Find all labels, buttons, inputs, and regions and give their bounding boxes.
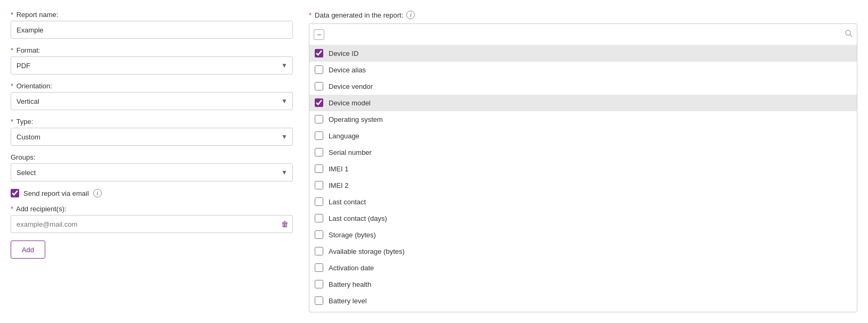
list-item[interactable]: Available storage (bytes)	[309, 243, 857, 260]
list-item[interactable]: Language	[309, 128, 857, 144]
report-name-label: * Report name:	[11, 11, 293, 19]
item-checkbox-5[interactable]	[315, 131, 323, 140]
delete-email-icon[interactable]: 🗑	[281, 220, 289, 228]
item-label: Device ID	[329, 49, 358, 57]
search-icon	[845, 30, 853, 39]
type-group: * Type: Custom Standard ▼	[11, 118, 293, 146]
item-checkbox-6[interactable]	[315, 148, 323, 156]
search-bar: −	[309, 24, 857, 45]
list-item[interactable]: Activation date	[309, 260, 857, 276]
list-item[interactable]: IMEI 1	[309, 161, 857, 177]
item-checkbox-2[interactable]	[315, 82, 323, 90]
groups-group: Groups: Select ▼	[11, 153, 293, 181]
item-label: Last contact	[329, 198, 366, 206]
item-checkbox-9[interactable]	[315, 197, 323, 206]
item-label: Activation date	[329, 264, 374, 272]
item-label: Language	[329, 132, 359, 140]
item-checkbox-7[interactable]	[315, 164, 323, 173]
item-checkbox-0[interactable]	[315, 49, 323, 57]
orientation-group: * Orientation: Vertical Horizontal ▼	[11, 82, 293, 110]
item-label: Operating system	[329, 115, 383, 123]
item-checkbox-8[interactable]	[315, 181, 323, 189]
report-name-group: * Report name:	[11, 11, 293, 39]
item-checkbox-15[interactable]	[315, 296, 323, 305]
right-header: * Data generated in the report: i	[309, 11, 857, 19]
list-item[interactable]: Serial number	[309, 144, 857, 161]
item-label: Available storage (bytes)	[329, 247, 405, 255]
add-button[interactable]: Add	[11, 241, 45, 259]
groups-select[interactable]: Select	[11, 163, 293, 181]
groups-select-wrapper: Select ▼	[11, 163, 293, 181]
item-label: Last contact (days)	[329, 214, 387, 222]
list-item[interactable]: Device ID	[309, 45, 857, 62]
list-item[interactable]: Last contact (days)	[309, 210, 857, 227]
item-checkbox-12[interactable]	[315, 247, 323, 255]
data-panel: − Device IDDevice aliasDevice vendorDevi…	[309, 23, 857, 312]
send-email-info-icon: i	[93, 189, 102, 197]
format-label: * Format:	[11, 46, 293, 54]
items-list: Device IDDevice aliasDevice vendorDevice…	[309, 45, 857, 312]
type-label: * Type:	[11, 118, 293, 126]
type-select-wrapper: Custom Standard ▼	[11, 128, 293, 146]
item-checkbox-4[interactable]	[315, 115, 323, 123]
list-item[interactable]: Storage (bytes)	[309, 227, 857, 243]
item-label: Battery health	[329, 280, 371, 288]
data-generated-label: Data generated in the report:	[315, 11, 403, 19]
send-email-row: Send report via email i	[11, 189, 293, 197]
format-group: * Format: PDF Excel CSV ▼	[11, 46, 293, 74]
groups-label: Groups:	[11, 153, 293, 161]
list-item[interactable]: IMEI 2	[309, 177, 857, 194]
list-item[interactable]: Battery level	[309, 293, 857, 309]
format-select[interactable]: PDF Excel CSV	[11, 56, 293, 74]
list-item[interactable]: Device model	[309, 95, 857, 111]
item-label: IMEI 2	[329, 181, 349, 189]
data-generated-info-icon: i	[406, 11, 415, 19]
item-checkbox-3[interactable]	[315, 98, 323, 107]
item-label: Serial number	[329, 148, 372, 156]
send-email-label: Send report via email	[23, 189, 89, 197]
orientation-select-wrapper: Vertical Horizontal ▼	[11, 92, 293, 110]
list-item[interactable]: Device alias	[309, 62, 857, 78]
report-name-input[interactable]	[11, 21, 293, 39]
email-input-wrapper: 🗑	[11, 215, 293, 233]
item-label: Device alias	[329, 66, 366, 74]
recipients-label: * Add recipient(s):	[11, 205, 293, 213]
orientation-select[interactable]: Vertical Horizontal	[11, 92, 293, 110]
item-checkbox-14[interactable]	[315, 280, 323, 288]
send-email-checkbox[interactable]	[11, 189, 19, 197]
list-item[interactable]: Operating system	[309, 111, 857, 128]
email-input[interactable]	[11, 215, 293, 233]
item-checkbox-11[interactable]	[315, 230, 323, 239]
item-label: Device vendor	[329, 82, 373, 90]
list-item[interactable]: Device vendor	[309, 78, 857, 95]
left-panel: * Report name: * Format: PDF Excel CSV ▼	[11, 11, 293, 312]
item-label: Device model	[329, 99, 371, 107]
format-select-wrapper: PDF Excel CSV ▼	[11, 56, 293, 74]
svg-line-1	[850, 35, 852, 37]
item-label: IMEI 1	[329, 165, 349, 173]
item-label: Storage (bytes)	[329, 231, 376, 239]
recipients-group: * Add recipient(s): 🗑	[11, 205, 293, 233]
item-label: Battery level	[329, 297, 367, 305]
collapse-button[interactable]: −	[314, 29, 324, 40]
search-input[interactable]	[329, 27, 841, 42]
orientation-label: * Orientation:	[11, 82, 293, 90]
add-button-wrapper: Add	[11, 241, 293, 259]
type-select[interactable]: Custom Standard	[11, 128, 293, 146]
item-checkbox-10[interactable]	[315, 214, 323, 222]
list-item[interactable]: Last contact	[309, 194, 857, 210]
item-checkbox-1[interactable]	[315, 65, 323, 74]
list-item[interactable]: Battery health	[309, 276, 857, 293]
right-panel: * Data generated in the report: i − Devi…	[309, 11, 857, 312]
item-checkbox-13[interactable]	[315, 263, 323, 272]
